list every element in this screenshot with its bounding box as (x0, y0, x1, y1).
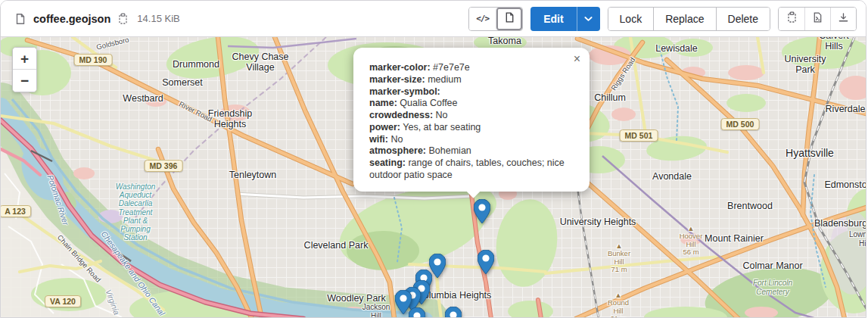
file-name: coffee.geojson (33, 13, 110, 25)
chevron-down-icon (584, 13, 593, 24)
popup-property-row: seating: range of chairs, tables, couche… (369, 157, 576, 182)
download-icon (838, 12, 849, 26)
clipboard-icon (786, 11, 798, 26)
delete-button[interactable]: Delete (716, 8, 770, 30)
download-button[interactable] (830, 8, 856, 30)
zoom-in-button[interactable]: + (13, 48, 36, 70)
popup-property-row: wifi: No (369, 134, 576, 146)
popup-property-row: atmosphere: Bohemian (369, 145, 576, 157)
edit-button[interactable]: Edit (530, 7, 576, 31)
replace-button[interactable]: Replace (653, 8, 715, 30)
rendered-view-button[interactable] (496, 8, 522, 30)
file-view-toggle: </> (468, 7, 523, 31)
popup-property-row: name: Qualia Coffee (369, 98, 576, 110)
file-utility-buttons (778, 7, 857, 31)
lock-button[interactable]: Lock (608, 8, 654, 30)
feature-popup: × marker-color: #7e7e7e marker-size: med… (353, 48, 590, 192)
edit-dropdown-button[interactable] (577, 7, 600, 31)
file-header: coffee.geojson 14.15 KiB </> Edit (1, 1, 866, 37)
file-icon (14, 13, 26, 25)
file-code-icon (812, 11, 823, 26)
map-zoom-control: + − (12, 47, 37, 92)
source-view-button[interactable]: </> (469, 8, 496, 30)
edit-split-button: Edit (530, 7, 599, 31)
copy-file-path-icon[interactable] (117, 13, 129, 25)
popup-property-row: marker-symbol: (369, 86, 576, 98)
zoom-out-button[interactable]: − (13, 70, 36, 92)
copy-contents-button[interactable] (779, 8, 804, 30)
popup-property-row: marker-color: #7e7e7e (369, 62, 576, 74)
file-size: 14.15 KiB (137, 13, 179, 24)
snippet-viewer: coffee.geojson 14.15 KiB </> Edit (0, 0, 866, 318)
open-raw-button[interactable] (804, 8, 830, 30)
popup-property-row: power: Yes, at bar seating (369, 122, 576, 134)
document-icon (504, 11, 515, 26)
code-icon: </> (476, 14, 489, 23)
popup-close-button[interactable]: × (572, 51, 582, 67)
popup-property-row: crowdedness: No (369, 110, 576, 122)
file-actions: Lock Replace Delete (608, 7, 770, 31)
popup-property-row: marker-size: medium (369, 74, 576, 86)
map[interactable]: TakomaGoldsboroDrummondChevy Chase Villa… (1, 37, 866, 317)
